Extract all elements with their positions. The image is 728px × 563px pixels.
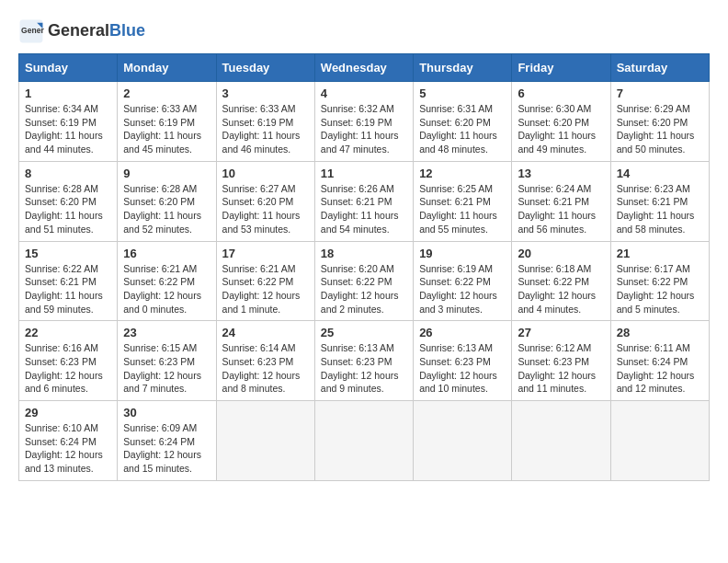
day-info: Sunrise: 6:27 AM Sunset: 6:20 PM Dayligh… [222, 182, 309, 236]
logo-icon: General [18, 18, 44, 44]
day-number: 19 [419, 247, 506, 260]
day-cell-30: 30 Sunrise: 6:09 AM Sunset: 6:24 PM Dayl… [118, 401, 216, 481]
day-cell-5: 5 Sunrise: 6:31 AM Sunset: 6:20 PM Dayli… [414, 82, 512, 162]
day-cell-9: 9 Sunrise: 6:28 AM Sunset: 6:20 PM Dayli… [118, 161, 216, 241]
day-cell-1: 1 Sunrise: 6:34 AM Sunset: 6:19 PM Dayli… [19, 82, 118, 162]
day-info: Sunrise: 6:15 AM Sunset: 6:23 PM Dayligh… [123, 341, 210, 396]
day-number: 25 [321, 326, 407, 339]
empty-cell [216, 401, 314, 481]
day-number: 30 [123, 406, 210, 419]
day-info: Sunrise: 6:33 AM Sunset: 6:19 PM Dayligh… [123, 102, 210, 156]
day-info: Sunrise: 6:13 AM Sunset: 6:23 PM Dayligh… [419, 341, 506, 396]
day-number: 11 [321, 167, 407, 180]
day-number: 6 [518, 86, 604, 100]
weekday-header-saturday: Saturday [610, 54, 709, 82]
day-info: Sunrise: 6:34 AM Sunset: 6:19 PM Dayligh… [25, 102, 111, 156]
day-cell-25: 25 Sunrise: 6:13 AM Sunset: 6:23 PM Dayl… [314, 321, 413, 401]
day-number: 12 [419, 167, 506, 180]
day-info: Sunrise: 6:16 AM Sunset: 6:23 PM Dayligh… [25, 341, 111, 396]
day-info: Sunrise: 6:32 AM Sunset: 6:19 PM Dayligh… [321, 102, 407, 156]
day-info: Sunrise: 6:28 AM Sunset: 6:20 PM Dayligh… [25, 182, 111, 236]
weekday-header-wednesday: Wednesday [314, 54, 413, 82]
logo: General GeneralBlue [18, 18, 145, 44]
day-number: 15 [25, 247, 111, 260]
day-cell-3: 3 Sunrise: 6:33 AM Sunset: 6:19 PM Dayli… [216, 82, 314, 162]
weekday-header-thursday: Thursday [414, 54, 512, 82]
day-info: Sunrise: 6:11 AM Sunset: 6:24 PM Dayligh… [617, 341, 703, 396]
day-cell-2: 2 Sunrise: 6:33 AM Sunset: 6:19 PM Dayli… [118, 82, 216, 162]
empty-cell [414, 401, 512, 481]
day-number: 1 [25, 86, 111, 100]
day-info: Sunrise: 6:21 AM Sunset: 6:22 PM Dayligh… [222, 262, 309, 316]
day-info: Sunrise: 6:22 AM Sunset: 6:21 PM Dayligh… [25, 262, 111, 316]
empty-cell [314, 401, 413, 481]
day-number: 4 [321, 86, 407, 100]
day-cell-21: 21 Sunrise: 6:17 AM Sunset: 6:22 PM Dayl… [610, 241, 709, 321]
svg-text:General: General [21, 26, 44, 35]
day-number: 13 [518, 167, 604, 180]
day-info: Sunrise: 6:20 AM Sunset: 6:22 PM Dayligh… [321, 262, 407, 316]
day-cell-19: 19 Sunrise: 6:19 AM Sunset: 6:22 PM Dayl… [414, 241, 512, 321]
logo-text: GeneralBlue [48, 22, 145, 40]
page-header: General GeneralBlue [18, 18, 710, 44]
day-number: 27 [518, 326, 604, 339]
day-cell-23: 23 Sunrise: 6:15 AM Sunset: 6:23 PM Dayl… [118, 321, 216, 401]
day-info: Sunrise: 6:09 AM Sunset: 6:24 PM Dayligh… [123, 421, 210, 476]
day-info: Sunrise: 6:18 AM Sunset: 6:22 PM Dayligh… [518, 262, 604, 316]
day-number: 5 [419, 86, 506, 100]
weekday-header-monday: Monday [118, 54, 216, 82]
day-info: Sunrise: 6:29 AM Sunset: 6:20 PM Dayligh… [617, 102, 703, 156]
day-cell-28: 28 Sunrise: 6:11 AM Sunset: 6:24 PM Dayl… [610, 321, 709, 401]
day-number: 26 [419, 326, 506, 339]
weekday-header-sunday: Sunday [19, 54, 118, 82]
empty-cell [512, 401, 610, 481]
day-number: 18 [321, 247, 407, 260]
day-cell-17: 17 Sunrise: 6:21 AM Sunset: 6:22 PM Dayl… [216, 241, 314, 321]
day-cell-4: 4 Sunrise: 6:32 AM Sunset: 6:19 PM Dayli… [314, 82, 413, 162]
weekday-header-friday: Friday [512, 54, 610, 82]
day-number: 10 [222, 167, 309, 180]
day-cell-6: 6 Sunrise: 6:30 AM Sunset: 6:20 PM Dayli… [512, 82, 610, 162]
day-number: 8 [25, 167, 111, 180]
day-cell-18: 18 Sunrise: 6:20 AM Sunset: 6:22 PM Dayl… [314, 241, 413, 321]
empty-cell [610, 401, 709, 481]
day-number: 23 [123, 326, 210, 339]
day-info: Sunrise: 6:14 AM Sunset: 6:23 PM Dayligh… [222, 341, 309, 396]
day-cell-14: 14 Sunrise: 6:23 AM Sunset: 6:21 PM Dayl… [610, 161, 709, 241]
day-number: 14 [617, 167, 703, 180]
weekday-header-tuesday: Tuesday [216, 54, 314, 82]
day-cell-27: 27 Sunrise: 6:12 AM Sunset: 6:23 PM Dayl… [512, 321, 610, 401]
day-info: Sunrise: 6:25 AM Sunset: 6:21 PM Dayligh… [419, 182, 506, 236]
day-info: Sunrise: 6:33 AM Sunset: 6:19 PM Dayligh… [222, 102, 309, 156]
day-number: 29 [25, 406, 111, 419]
day-number: 22 [25, 326, 111, 339]
day-cell-10: 10 Sunrise: 6:27 AM Sunset: 6:20 PM Dayl… [216, 161, 314, 241]
day-cell-8: 8 Sunrise: 6:28 AM Sunset: 6:20 PM Dayli… [19, 161, 118, 241]
day-info: Sunrise: 6:21 AM Sunset: 6:22 PM Dayligh… [123, 262, 210, 316]
day-cell-12: 12 Sunrise: 6:25 AM Sunset: 6:21 PM Dayl… [414, 161, 512, 241]
day-info: Sunrise: 6:26 AM Sunset: 6:21 PM Dayligh… [321, 182, 407, 236]
day-cell-15: 15 Sunrise: 6:22 AM Sunset: 6:21 PM Dayl… [19, 241, 118, 321]
day-info: Sunrise: 6:17 AM Sunset: 6:22 PM Dayligh… [617, 262, 703, 316]
day-cell-22: 22 Sunrise: 6:16 AM Sunset: 6:23 PM Dayl… [19, 321, 118, 401]
day-cell-20: 20 Sunrise: 6:18 AM Sunset: 6:22 PM Dayl… [512, 241, 610, 321]
day-cell-7: 7 Sunrise: 6:29 AM Sunset: 6:20 PM Dayli… [610, 82, 709, 162]
day-info: Sunrise: 6:10 AM Sunset: 6:24 PM Dayligh… [25, 421, 111, 476]
day-number: 28 [617, 326, 703, 339]
day-number: 3 [222, 86, 309, 100]
day-number: 17 [222, 247, 309, 260]
day-number: 21 [617, 247, 703, 260]
day-number: 24 [222, 326, 309, 339]
day-info: Sunrise: 6:30 AM Sunset: 6:20 PM Dayligh… [518, 102, 604, 156]
day-cell-16: 16 Sunrise: 6:21 AM Sunset: 6:22 PM Dayl… [118, 241, 216, 321]
day-info: Sunrise: 6:12 AM Sunset: 6:23 PM Dayligh… [518, 341, 604, 396]
day-cell-24: 24 Sunrise: 6:14 AM Sunset: 6:23 PM Dayl… [216, 321, 314, 401]
day-info: Sunrise: 6:19 AM Sunset: 6:22 PM Dayligh… [419, 262, 506, 316]
day-number: 2 [123, 86, 210, 100]
day-number: 7 [617, 86, 703, 100]
day-info: Sunrise: 6:31 AM Sunset: 6:20 PM Dayligh… [419, 102, 506, 156]
day-number: 9 [123, 167, 210, 180]
day-info: Sunrise: 6:24 AM Sunset: 6:21 PM Dayligh… [518, 182, 604, 236]
day-number: 16 [123, 247, 210, 260]
day-cell-26: 26 Sunrise: 6:13 AM Sunset: 6:23 PM Dayl… [414, 321, 512, 401]
